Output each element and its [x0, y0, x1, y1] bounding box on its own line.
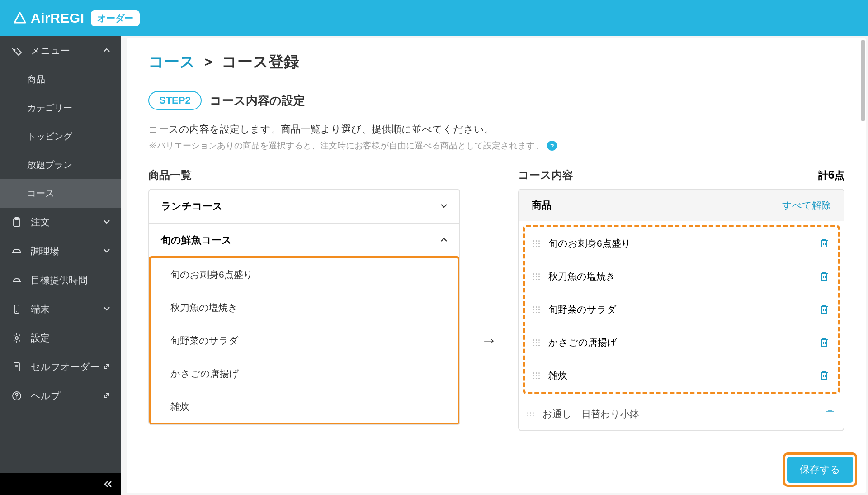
sidebar-item-kitchen[interactable]: 調理場 [0, 237, 121, 266]
sidebar-label: メニュー [31, 44, 70, 57]
serve-icon [11, 274, 23, 286]
course-item[interactable]: 秋刀魚の塩焼き [525, 260, 838, 293]
breadcrumb-separator: > [204, 54, 212, 70]
course-head: 商品 すべて解除 [519, 190, 844, 221]
device-icon [11, 303, 23, 315]
sidebar-item-settings[interactable]: 設定 [0, 324, 121, 352]
kitchen-icon [11, 245, 23, 257]
sidebar-item-self-order[interactable]: セルフオーダー [0, 352, 121, 381]
drag-handle-icon[interactable] [533, 372, 541, 379]
accordion-label: ランチコース [161, 200, 223, 213]
clipboard-icon [11, 216, 23, 228]
course-item-label: かさごの唐揚げ [548, 336, 811, 349]
arrow-column: → [471, 168, 507, 350]
save-button-highlight: 保存する [783, 452, 857, 487]
tag-icon [11, 45, 23, 57]
product-item[interactable]: 秋刀魚の塩焼き [151, 291, 458, 324]
drag-handle-icon[interactable] [527, 412, 535, 416]
trash-icon[interactable] [825, 409, 835, 419]
course-item[interactable]: 旬のお刺身6点盛り [525, 227, 838, 260]
breadcrumb-current: コース登録 [222, 52, 299, 72]
scrollbar[interactable] [861, 40, 865, 121]
description-text: コースの内容を設定します。商品一覧より選び、提供順に並べてください。 [148, 123, 844, 136]
course-item-label: 旬のお刺身6点盛り [548, 237, 811, 250]
course-item-label: 旬野菜のサラダ [548, 303, 811, 316]
breadcrumb-link[interactable]: コース [148, 52, 195, 72]
sidebar-item-categories[interactable]: カテゴリー [0, 94, 121, 122]
chevron-down-icon [103, 304, 110, 314]
divider [127, 81, 866, 81]
sidebar-label: 目標提供時間 [31, 274, 88, 286]
trash-icon[interactable] [819, 238, 830, 249]
trash-icon[interactable] [819, 370, 830, 381]
course-item[interactable]: 旬野菜のサラダ [525, 293, 838, 326]
sidebar-sub-label: カテゴリー [27, 102, 72, 114]
svg-point-3 [16, 311, 17, 312]
drag-handle-icon[interactable] [533, 306, 541, 313]
receipt-icon [11, 361, 23, 373]
trash-icon[interactable] [819, 271, 830, 282]
sidebar: メニュー 商品 カテゴリー トッピング 放題プラン コース 注文 調理場 [0, 36, 121, 495]
sidebar-item-target-time[interactable]: 目標提供時間 [0, 266, 121, 295]
course-head-label: 商品 [532, 199, 552, 212]
sidebar-item-orders[interactable]: 注文 [0, 208, 121, 237]
sidebar-sub-label: 商品 [27, 73, 45, 86]
sidebar-collapse-button[interactable] [0, 473, 121, 495]
external-link-icon [103, 390, 110, 401]
chevron-up-icon [103, 45, 110, 56]
sidebar-item-course[interactable]: コース [0, 179, 121, 208]
sidebar-label: ヘルプ [31, 390, 61, 402]
course-item[interactable]: 雑炊 [525, 359, 838, 392]
accordion-lunch[interactable]: ランチコース [149, 190, 459, 224]
sidebar-label: 注文 [31, 216, 50, 228]
collapse-icon [103, 481, 114, 488]
note-content: ※バリエーションありの商品を選択すると、注文時にお客様が自由に選べる商品として設… [148, 140, 543, 152]
product-list-label: 商品一覧 [148, 168, 460, 182]
sidebar-label: 設定 [31, 332, 50, 344]
step-badge: STEP2 [148, 91, 202, 110]
sidebar-item-products[interactable]: 商品 [0, 65, 121, 94]
drag-handle-icon[interactable] [533, 273, 541, 280]
sidebar-item-toppings[interactable]: トッピング [0, 122, 121, 151]
course-item-partial[interactable]: お通し 日替わり小鉢 [519, 398, 844, 430]
sidebar-item-help[interactable]: ヘルプ [0, 381, 121, 410]
drag-handle-icon[interactable] [533, 339, 541, 346]
trash-icon[interactable] [819, 337, 830, 348]
product-item[interactable]: 旬のお刺身6点盛り [151, 258, 458, 291]
clear-all-button[interactable]: すべて解除 [782, 199, 831, 212]
product-item[interactable]: 旬野菜のサラダ [151, 324, 458, 357]
course-content-label: コース内容 [518, 168, 573, 182]
header: AirREGI オーダー [0, 0, 868, 36]
accordion-fish[interactable]: 旬の鮮魚コース [149, 224, 459, 257]
sidebar-sub-label: 放題プラン [27, 159, 72, 171]
step-row: STEP2 コース内容の設定 [148, 91, 844, 110]
course-count: 計6点 [818, 168, 844, 182]
product-item[interactable]: かさごの唐揚げ [151, 357, 458, 390]
breadcrumb: コース > コース登録 [148, 52, 844, 72]
product-item[interactable]: 雑炊 [151, 390, 458, 423]
logo-text: AirREGI [31, 10, 85, 26]
course-item[interactable]: かさごの唐揚げ [525, 326, 838, 359]
trash-icon[interactable] [819, 304, 830, 315]
svg-point-4 [15, 337, 18, 339]
chevron-down-icon [103, 246, 110, 257]
gear-icon [11, 332, 23, 344]
sidebar-label: 端末 [31, 303, 50, 315]
chevron-down-icon [103, 217, 110, 228]
drag-handle-icon[interactable] [533, 240, 541, 247]
help-icon [11, 390, 23, 402]
logo-badge: オーダー [91, 10, 140, 26]
note-text: ※バリエーションありの商品を選択すると、注文時にお客様が自由に選べる商品として設… [148, 140, 844, 152]
external-link-icon [103, 362, 110, 372]
chevron-up-icon [440, 234, 448, 246]
sidebar-item-plans[interactable]: 放題プラン [0, 151, 121, 179]
sidebar-item-menu[interactable]: メニュー [0, 36, 121, 65]
help-icon[interactable]: ? [547, 141, 557, 151]
accordion-label: 旬の鮮魚コース [161, 233, 232, 247]
course-body-highlighted: 旬のお刺身6点盛り 秋刀魚の塩焼き 旬野菜のサラダ [523, 225, 840, 394]
save-button[interactable]: 保存する [787, 457, 853, 483]
sidebar-item-terminals[interactable]: 端末 [0, 295, 121, 324]
step-title: コース内容の設定 [210, 93, 305, 109]
footer: 保存する [127, 446, 866, 493]
course-panel: 商品 すべて解除 旬のお刺身6点盛り 秋刀魚の塩焼き [518, 189, 844, 431]
